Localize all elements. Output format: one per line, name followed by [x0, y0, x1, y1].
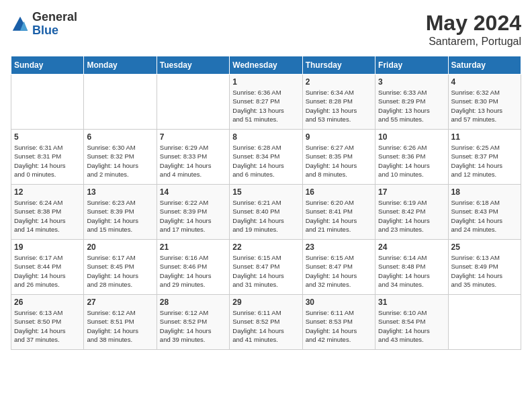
day-number: 25 [451, 242, 518, 252]
day-info: Sunrise: 6:29 AM Sunset: 8:33 PM Dayligh… [160, 143, 226, 179]
day-number: 18 [451, 187, 518, 197]
day-number: 26 [14, 298, 81, 307]
day-info: Sunrise: 6:17 AM Sunset: 8:45 PM Dayligh… [87, 253, 153, 289]
day-cell: 5Sunrise: 6:31 AM Sunset: 8:31 PM Daylig… [11, 130, 84, 185]
day-info: Sunrise: 6:12 AM Sunset: 8:51 PM Dayligh… [87, 308, 153, 344]
logo-general: General [32, 11, 77, 24]
day-cell: 3Sunrise: 6:33 AM Sunset: 8:29 PM Daylig… [375, 75, 448, 130]
day-cell: 27Sunrise: 6:12 AM Sunset: 8:51 PM Dayli… [84, 295, 157, 350]
week-row-3: 12Sunrise: 6:24 AM Sunset: 8:38 PM Dayli… [11, 185, 521, 240]
day-cell [448, 295, 521, 350]
col-header-friday: Friday [375, 56, 448, 75]
day-number: 11 [451, 132, 518, 142]
col-header-saturday: Saturday [448, 56, 521, 75]
day-cell [11, 75, 84, 130]
day-number: 15 [232, 187, 299, 197]
day-number: 17 [378, 187, 445, 197]
day-number: 19 [14, 242, 81, 252]
day-cell: 30Sunrise: 6:11 AM Sunset: 8:53 PM Dayli… [302, 295, 375, 350]
day-number: 28 [160, 298, 226, 307]
col-header-tuesday: Tuesday [157, 56, 229, 75]
day-cell: 18Sunrise: 6:18 AM Sunset: 8:43 PM Dayli… [448, 185, 521, 240]
day-number: 16 [306, 187, 372, 197]
day-number: 20 [87, 242, 153, 252]
day-cell: 24Sunrise: 6:14 AM Sunset: 8:48 PM Dayli… [375, 240, 448, 295]
day-info: Sunrise: 6:28 AM Sunset: 8:34 PM Dayligh… [232, 143, 299, 179]
day-number: 22 [232, 242, 299, 252]
day-number: 1 [232, 77, 299, 87]
day-info: Sunrise: 6:18 AM Sunset: 8:43 PM Dayligh… [451, 198, 518, 234]
title-section: May 2024 Santarem, Portugal [426, 11, 521, 48]
day-number: 21 [160, 242, 226, 252]
day-cell: 10Sunrise: 6:26 AM Sunset: 8:36 PM Dayli… [375, 130, 448, 185]
day-info: Sunrise: 6:13 AM Sunset: 8:49 PM Dayligh… [451, 253, 518, 289]
logo: General Blue [11, 11, 77, 38]
col-header-monday: Monday [84, 56, 157, 75]
day-info: Sunrise: 6:23 AM Sunset: 8:39 PM Dayligh… [87, 198, 153, 234]
day-cell: 17Sunrise: 6:19 AM Sunset: 8:42 PM Dayli… [375, 185, 448, 240]
day-number: 10 [378, 132, 445, 142]
day-number: 23 [306, 242, 372, 252]
logo-text: General Blue [32, 11, 77, 38]
day-cell: 21Sunrise: 6:16 AM Sunset: 8:46 PM Dayli… [157, 240, 229, 295]
col-header-thursday: Thursday [302, 56, 375, 75]
day-cell: 1Sunrise: 6:36 AM Sunset: 8:27 PM Daylig… [230, 75, 302, 130]
day-cell: 15Sunrise: 6:21 AM Sunset: 8:40 PM Dayli… [230, 185, 302, 240]
logo-blue: Blue [32, 24, 77, 38]
day-info: Sunrise: 6:11 AM Sunset: 8:52 PM Dayligh… [232, 308, 299, 344]
day-cell: 6Sunrise: 6:30 AM Sunset: 8:32 PM Daylig… [84, 130, 157, 185]
day-cell: 13Sunrise: 6:23 AM Sunset: 8:39 PM Dayli… [84, 185, 157, 240]
day-info: Sunrise: 6:21 AM Sunset: 8:40 PM Dayligh… [232, 198, 299, 234]
day-number: 24 [378, 242, 445, 252]
day-cell: 29Sunrise: 6:11 AM Sunset: 8:52 PM Dayli… [230, 295, 302, 350]
day-info: Sunrise: 6:24 AM Sunset: 8:38 PM Dayligh… [14, 198, 81, 234]
day-number: 9 [306, 132, 372, 142]
day-number: 30 [306, 298, 372, 307]
day-number: 2 [306, 77, 372, 87]
day-number: 7 [160, 132, 226, 142]
day-cell: 22Sunrise: 6:15 AM Sunset: 8:47 PM Dayli… [230, 240, 302, 295]
day-number: 29 [232, 298, 299, 307]
day-cell: 23Sunrise: 6:15 AM Sunset: 8:47 PM Dayli… [302, 240, 375, 295]
day-cell: 31Sunrise: 6:10 AM Sunset: 8:54 PM Dayli… [375, 295, 448, 350]
day-cell: 16Sunrise: 6:20 AM Sunset: 8:41 PM Dayli… [302, 185, 375, 240]
day-info: Sunrise: 6:33 AM Sunset: 8:29 PM Dayligh… [378, 88, 445, 124]
week-row-2: 5Sunrise: 6:31 AM Sunset: 8:31 PM Daylig… [11, 130, 521, 185]
day-info: Sunrise: 6:31 AM Sunset: 8:31 PM Dayligh… [14, 143, 81, 179]
day-info: Sunrise: 6:26 AM Sunset: 8:36 PM Dayligh… [378, 143, 445, 179]
day-cell: 7Sunrise: 6:29 AM Sunset: 8:33 PM Daylig… [157, 130, 229, 185]
day-info: Sunrise: 6:12 AM Sunset: 8:52 PM Dayligh… [160, 308, 226, 344]
day-info: Sunrise: 6:22 AM Sunset: 8:39 PM Dayligh… [160, 198, 226, 234]
day-number: 6 [87, 132, 153, 142]
day-info: Sunrise: 6:20 AM Sunset: 8:41 PM Dayligh… [306, 198, 372, 234]
day-cell: 9Sunrise: 6:27 AM Sunset: 8:35 PM Daylig… [302, 130, 375, 185]
day-cell: 2Sunrise: 6:34 AM Sunset: 8:28 PM Daylig… [302, 75, 375, 130]
col-header-wednesday: Wednesday [230, 56, 302, 75]
day-info: Sunrise: 6:34 AM Sunset: 8:28 PM Dayligh… [306, 88, 372, 124]
day-cell: 8Sunrise: 6:28 AM Sunset: 8:34 PM Daylig… [230, 130, 302, 185]
day-number: 12 [14, 187, 81, 197]
day-info: Sunrise: 6:15 AM Sunset: 8:47 PM Dayligh… [232, 253, 299, 289]
day-cell [157, 75, 229, 130]
day-info: Sunrise: 6:30 AM Sunset: 8:32 PM Dayligh… [87, 143, 153, 179]
day-cell: 26Sunrise: 6:13 AM Sunset: 8:50 PM Dayli… [11, 295, 84, 350]
week-row-4: 19Sunrise: 6:17 AM Sunset: 8:44 PM Dayli… [11, 240, 521, 295]
day-number: 3 [378, 77, 445, 87]
day-info: Sunrise: 6:32 AM Sunset: 8:30 PM Dayligh… [451, 88, 518, 124]
day-cell: 12Sunrise: 6:24 AM Sunset: 8:38 PM Dayli… [11, 185, 84, 240]
day-info: Sunrise: 6:36 AM Sunset: 8:27 PM Dayligh… [232, 88, 299, 124]
location-title: Santarem, Portugal [426, 36, 521, 48]
day-number: 5 [14, 132, 81, 142]
day-info: Sunrise: 6:16 AM Sunset: 8:46 PM Dayligh… [160, 253, 226, 289]
day-cell: 25Sunrise: 6:13 AM Sunset: 8:49 PM Dayli… [448, 240, 521, 295]
day-info: Sunrise: 6:11 AM Sunset: 8:53 PM Dayligh… [306, 308, 372, 344]
day-info: Sunrise: 6:17 AM Sunset: 8:44 PM Dayligh… [14, 253, 81, 289]
day-cell: 4Sunrise: 6:32 AM Sunset: 8:30 PM Daylig… [448, 75, 521, 130]
logo-icon [11, 15, 30, 34]
day-number: 27 [87, 298, 153, 307]
week-row-5: 26Sunrise: 6:13 AM Sunset: 8:50 PM Dayli… [11, 295, 521, 350]
week-row-1: 1Sunrise: 6:36 AM Sunset: 8:27 PM Daylig… [11, 75, 521, 130]
day-number: 4 [451, 77, 518, 87]
day-number: 13 [87, 187, 153, 197]
day-info: Sunrise: 6:10 AM Sunset: 8:54 PM Dayligh… [378, 308, 445, 344]
